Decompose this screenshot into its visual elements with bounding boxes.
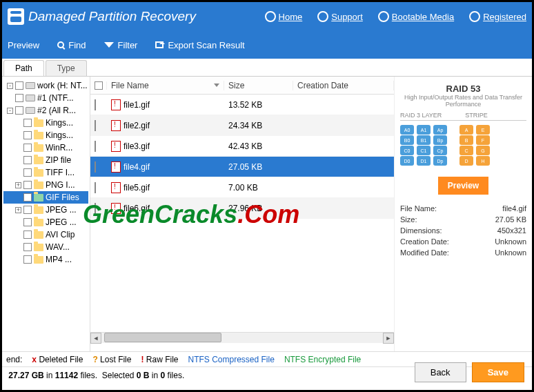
scroll-right-icon[interactable]: ► (383, 333, 394, 344)
row-checkbox[interactable] (95, 141, 96, 152)
file-row[interactable]: file5.gif7.00 KB (90, 177, 394, 198)
tree-checkbox[interactable] (23, 144, 32, 152)
scroll-left-icon[interactable]: ◄ (90, 333, 101, 344)
expander-icon[interactable] (15, 120, 21, 126)
scroll-thumb[interactable] (104, 333, 221, 342)
expander-icon[interactable] (15, 219, 21, 226)
file-row[interactable]: file1.gif13.52 KB (90, 95, 394, 115)
save-button[interactable]: Save (472, 362, 524, 382)
folder-tree[interactable]: -work (H: NT...#1 (NTF...-#2 (All R...Ki… (2, 77, 90, 351)
nav-registered[interactable]: Registered (469, 11, 526, 22)
expander-icon[interactable] (15, 133, 21, 139)
nav-home[interactable]: Home (265, 11, 303, 22)
tree-item[interactable]: -work (H: NT... (3, 79, 88, 92)
file-row[interactable]: file6.gif27.96 KB (90, 198, 394, 219)
legend-label: end: (6, 355, 22, 364)
toolbar: Preview Find Filter Export Scan Result (2, 31, 532, 59)
preview-title: RAID 53 (400, 84, 526, 94)
file-name: file1.gif (123, 100, 150, 110)
folder-icon (34, 119, 43, 127)
col-date[interactable]: Creation Date (293, 81, 394, 90)
tree-checkbox[interactable] (23, 218, 32, 226)
tree-checkbox[interactable] (23, 243, 32, 251)
tree-label: Kings... (46, 130, 73, 140)
expander-icon[interactable] (15, 257, 21, 263)
nav-support[interactable]: Support (317, 11, 363, 22)
file-size: 13.52 KB (224, 100, 293, 110)
tree-item[interactable]: +JPEG ... (3, 204, 88, 216)
tree-label: PNG I... (46, 180, 75, 190)
row-checkbox[interactable] (95, 120, 96, 131)
file-icon (111, 120, 121, 131)
tree-item[interactable]: +PNG I... (3, 179, 88, 191)
tree-checkbox[interactable] (23, 193, 32, 202)
preview-button[interactable]: Preview (438, 177, 488, 195)
tool-preview[interactable]: Preview (8, 40, 39, 50)
tree-checkbox[interactable] (23, 206, 32, 214)
meta-row: Dimensions:450x321 (400, 225, 526, 236)
tab-type[interactable]: Type (46, 60, 87, 76)
meta-value: Unknown (495, 237, 526, 246)
tree-item[interactable]: JPEG ... (3, 216, 88, 228)
expander-icon[interactable]: - (7, 83, 13, 89)
expander-icon[interactable] (15, 157, 21, 164)
row-checkbox[interactable] (95, 203, 96, 214)
folder-icon (34, 144, 43, 152)
tab-path[interactable]: Path (3, 60, 44, 76)
file-row[interactable]: file3.gif42.43 KB (90, 136, 394, 157)
app-logo-icon (8, 8, 24, 25)
tree-item[interactable]: ZIP file (3, 154, 88, 166)
select-all-checkbox[interactable] (95, 81, 103, 90)
tree-item[interactable]: WAV... (3, 241, 88, 253)
tree-label: WinR... (46, 143, 72, 153)
tree-item[interactable]: Kings... (3, 129, 88, 141)
file-row[interactable]: file2.gif24.34 KB (90, 115, 394, 136)
folder-icon (34, 219, 43, 226)
tree-item[interactable]: WinR... (3, 141, 88, 154)
tree-item[interactable]: #1 (NTF... (3, 92, 88, 104)
expander-icon[interactable] (15, 195, 21, 201)
file-list-header: File Name Size Creation Date (90, 77, 394, 95)
file-icon (111, 182, 121, 193)
expander-icon[interactable] (15, 145, 21, 151)
back-button[interactable]: Back (415, 362, 466, 382)
tree-checkbox[interactable] (23, 119, 32, 127)
row-checkbox[interactable] (95, 182, 96, 193)
horizontal-scrollbar[interactable]: ◄ ► (90, 332, 394, 343)
tool-filter[interactable]: Filter (104, 40, 138, 50)
expander-icon[interactable] (7, 95, 13, 101)
tree-checkbox[interactable] (23, 255, 32, 264)
expander-icon[interactable] (15, 232, 21, 238)
tree-checkbox[interactable] (23, 231, 32, 239)
legend-lost: ? Lost File (92, 355, 131, 364)
tree-checkbox[interactable] (23, 181, 32, 189)
tree-item[interactable]: Kings... (3, 117, 88, 129)
tree-checkbox[interactable] (23, 168, 32, 177)
tree-checkbox[interactable] (15, 106, 23, 115)
tree-item[interactable]: TIFF I... (3, 166, 88, 179)
file-row[interactable]: file4.gif27.05 KB (90, 157, 394, 177)
row-checkbox[interactable] (95, 161, 96, 173)
tree-item[interactable]: GIF Files (3, 191, 88, 204)
tree-checkbox[interactable] (15, 94, 23, 102)
row-checkbox[interactable] (95, 99, 96, 110)
expander-icon[interactable]: + (15, 182, 21, 188)
expander-icon[interactable]: - (7, 108, 13, 114)
col-size[interactable]: Size (224, 81, 293, 90)
tree-item[interactable]: -#2 (All R... (3, 104, 88, 117)
tree-item[interactable]: MP4 ... (3, 253, 88, 266)
file-name: file3.gif (123, 141, 150, 151)
tree-item[interactable]: AVI Clip (3, 228, 88, 241)
expander-icon[interactable] (15, 244, 21, 251)
tool-find[interactable]: Find (57, 40, 86, 50)
expander-icon[interactable]: + (15, 207, 21, 213)
meta-key: Dimensions: (400, 226, 442, 235)
tree-checkbox[interactable] (23, 131, 32, 139)
expander-icon[interactable] (15, 170, 21, 176)
tool-export[interactable]: Export Scan Result (155, 40, 244, 50)
tree-checkbox[interactable] (15, 81, 23, 90)
col-filename[interactable]: File Name (107, 81, 224, 90)
tree-label: #1 (NTF... (37, 93, 74, 103)
nav-bootable[interactable]: Bootable Media (378, 11, 454, 22)
tree-checkbox[interactable] (23, 156, 32, 164)
